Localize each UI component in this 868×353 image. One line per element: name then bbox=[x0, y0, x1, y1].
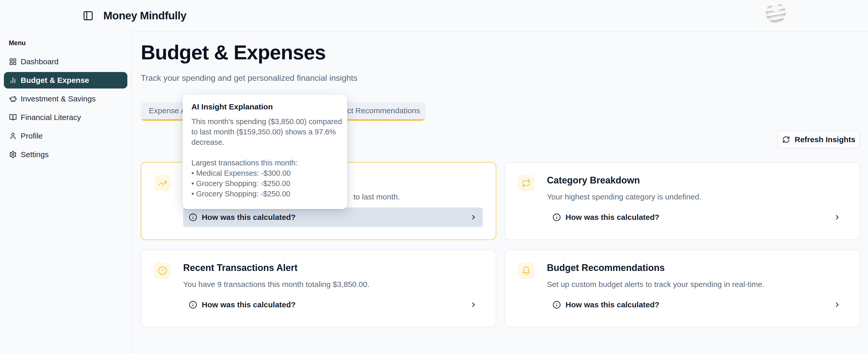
tooltip-bullet: • Grocery Shopping: -$250.00 bbox=[191, 189, 343, 199]
refresh-icon bbox=[782, 136, 790, 143]
tooltip-bullet: • Grocery Shopping: -$250.00 bbox=[191, 178, 343, 189]
sidebar-item-label: Investment & Savings bbox=[21, 95, 96, 103]
panel-left-icon bbox=[83, 10, 94, 21]
bell-icon bbox=[518, 262, 534, 279]
info-icon bbox=[189, 213, 197, 221]
sidebar-toggle-button[interactable] bbox=[83, 10, 94, 21]
sidebar-item-budget-expense[interactable]: Budget & Expense bbox=[4, 72, 127, 89]
chevron-right-icon bbox=[834, 301, 841, 308]
tooltip-paragraph-line: to last month ($159,350.00) shows a 97.6… bbox=[191, 127, 343, 137]
user-icon bbox=[9, 132, 17, 140]
how-calculated-row[interactable]: How was this calculated? bbox=[183, 295, 483, 315]
refresh-insights-label: Refresh Insights bbox=[795, 135, 855, 144]
sidebar-item-label: Dashboard bbox=[21, 57, 59, 66]
sidebar-menu-label: Menu bbox=[4, 39, 127, 47]
sidebar-item-financial-literacy[interactable]: Financial Literacy bbox=[4, 109, 127, 126]
how-calculated-label: How was this calculated? bbox=[202, 213, 296, 222]
sidebar-item-settings[interactable]: Settings bbox=[4, 146, 127, 163]
chevron-right-icon bbox=[470, 214, 477, 221]
sidebar-item-label: Settings bbox=[21, 150, 49, 159]
sidebar: Menu Dashboard Budget & Expense Investme… bbox=[0, 32, 132, 353]
chevron-right-icon bbox=[470, 301, 477, 308]
info-icon bbox=[189, 301, 197, 309]
card-category-breakdown: Category Breakdown Your highest spending… bbox=[504, 162, 860, 240]
tooltip-bullet: • Medical Expenses: -$300.00 bbox=[191, 168, 343, 178]
card-title: Category Breakdown bbox=[547, 175, 640, 186]
piggy-bank-icon bbox=[9, 95, 17, 103]
sidebar-item-label: Budget & Expense bbox=[21, 76, 89, 85]
gear-icon bbox=[9, 151, 17, 158]
how-calculated-row[interactable]: How was this calculated? bbox=[183, 208, 483, 227]
avatar[interactable] bbox=[766, 3, 786, 23]
info-icon bbox=[553, 301, 561, 309]
alert-circle-icon bbox=[154, 262, 171, 279]
card-description: to last month. bbox=[353, 192, 400, 201]
info-icon bbox=[553, 213, 561, 221]
how-calculated-label: How was this calculated? bbox=[565, 213, 659, 222]
tooltip-list-heading: Largest transactions this month: bbox=[191, 158, 343, 168]
trending-up-icon bbox=[154, 175, 171, 191]
refresh-insights-button[interactable]: Refresh Insights bbox=[778, 131, 860, 149]
card-description: Set up custom budget alerts to track you… bbox=[547, 280, 765, 289]
card-budget-recommendations: Budget Recommendations Set up custom bud… bbox=[504, 250, 860, 327]
how-calculated-row[interactable]: How was this calculated? bbox=[547, 295, 846, 315]
how-calculated-row[interactable]: How was this calculated? bbox=[547, 208, 846, 227]
how-calculated-label: How was this calculated? bbox=[565, 301, 659, 309]
tooltip-title: AI Insight Explanation bbox=[191, 102, 343, 112]
sidebar-item-label: Financial Literacy bbox=[21, 113, 81, 122]
app-title: Money Mindfully bbox=[103, 0, 187, 32]
top-header: Money Mindfully bbox=[0, 0, 868, 32]
ai-insight-tooltip: AI Insight Explanation This month's spen… bbox=[183, 95, 347, 209]
sidebar-item-label: Profile bbox=[21, 132, 43, 140]
sidebar-item-dashboard[interactable]: Dashboard bbox=[4, 54, 127, 70]
layout-grid-icon bbox=[9, 58, 17, 66]
tooltip-spacer bbox=[191, 147, 343, 158]
card-description: You have 9 transactions this month total… bbox=[183, 280, 369, 289]
repeat-icon bbox=[518, 175, 534, 191]
app-window: Money Mindfully Menu Dashboard Budget & … bbox=[0, 0, 868, 353]
book-open-icon bbox=[9, 113, 17, 121]
page-subtitle: Track your spending and get personalized… bbox=[141, 73, 357, 83]
card-recent-transactions-alert: Recent Transactions Alert You have 9 tra… bbox=[141, 250, 496, 327]
tooltip-paragraph-line: decrease. bbox=[191, 137, 343, 147]
chevron-right-icon bbox=[834, 214, 841, 221]
sidebar-item-investment-savings[interactable]: Investment & Savings bbox=[4, 91, 127, 107]
bar-chart-icon bbox=[9, 76, 17, 84]
tooltip-paragraph-line: This month's spending ($3,850.00) compar… bbox=[191, 116, 343, 127]
sidebar-item-profile[interactable]: Profile bbox=[4, 128, 127, 144]
page-title: Budget & Expenses bbox=[141, 41, 326, 64]
card-title: Recent Transactions Alert bbox=[183, 262, 298, 273]
card-description: Your highest spending category is undefi… bbox=[547, 192, 702, 201]
card-title: Budget Recommendations bbox=[547, 262, 665, 273]
how-calculated-label: How was this calculated? bbox=[202, 301, 296, 309]
